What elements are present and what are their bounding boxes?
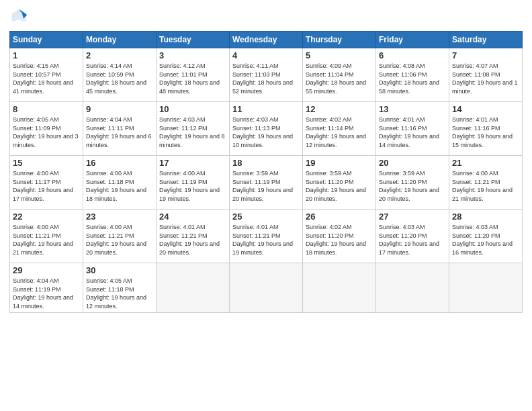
day-info: Sunrise: 4:03 AM Sunset: 11:20 PM Daylig… — [379, 223, 446, 257]
day-number: 10 — [159, 104, 226, 114]
day-info: Sunrise: 4:15 AM Sunset: 10:57 PM Daylig… — [13, 62, 80, 95]
day-number: 19 — [306, 158, 373, 168]
calendar-header-row: SundayMondayTuesdayWednesdayThursdayFrid… — [10, 32, 523, 48]
calendar-header-monday: Monday — [83, 32, 157, 48]
day-info: Sunrise: 4:03 AM Sunset: 11:13 PM Daylig… — [232, 116, 300, 149]
day-info: Sunrise: 4:03 AM Sunset: 11:12 PM Daylig… — [159, 116, 226, 149]
day-number: 4 — [232, 50, 300, 60]
day-number: 7 — [452, 50, 519, 60]
day-info: Sunrise: 4:11 AM Sunset: 11:03 PM Daylig… — [232, 62, 300, 95]
calendar-cell: 30 Sunrise: 4:05 AM Sunset: 11:18 PM Day… — [83, 263, 157, 313]
calendar-header-friday: Friday — [376, 32, 449, 48]
day-number: 8 — [13, 104, 80, 114]
day-number: 9 — [86, 104, 153, 114]
calendar-cell: 3 Sunrise: 4:12 AM Sunset: 11:01 PM Dayl… — [157, 48, 230, 102]
day-number: 27 — [379, 212, 446, 222]
day-info: Sunrise: 4:08 AM Sunset: 11:06 PM Daylig… — [379, 62, 446, 95]
day-info: Sunrise: 4:01 AM Sunset: 11:21 PM Daylig… — [232, 223, 300, 257]
day-info: Sunrise: 4:01 AM Sunset: 11:16 PM Daylig… — [452, 116, 519, 149]
day-info: Sunrise: 4:07 AM Sunset: 11:08 PM Daylig… — [452, 62, 519, 95]
day-info: Sunrise: 4:14 AM Sunset: 10:59 PM Daylig… — [86, 62, 153, 95]
day-number: 21 — [452, 158, 519, 168]
calendar-header-sunday: Sunday — [10, 32, 83, 48]
day-info: Sunrise: 4:05 AM Sunset: 11:18 PM Daylig… — [86, 277, 153, 310]
day-number: 20 — [379, 158, 446, 168]
calendar-cell: 9 Sunrise: 4:04 AM Sunset: 11:11 PM Dayl… — [83, 102, 157, 156]
calendar-cell: 23 Sunrise: 4:00 AM Sunset: 11:21 PM Day… — [83, 210, 157, 263]
calendar-cell: 12 Sunrise: 4:02 AM Sunset: 11:14 PM Day… — [303, 102, 376, 156]
calendar-cell: 4 Sunrise: 4:11 AM Sunset: 11:03 PM Dayl… — [230, 48, 303, 102]
day-info: Sunrise: 4:00 AM Sunset: 11:17 PM Daylig… — [13, 169, 80, 203]
calendar-cell — [303, 263, 376, 313]
day-info: Sunrise: 4:09 AM Sunset: 11:04 PM Daylig… — [306, 62, 373, 95]
calendar-cell: 14 Sunrise: 4:01 AM Sunset: 11:16 PM Day… — [449, 102, 523, 156]
day-number: 13 — [379, 104, 446, 114]
day-number: 30 — [86, 265, 153, 275]
logo-icon — [9, 7, 28, 26]
day-info: Sunrise: 4:04 AM Sunset: 11:19 PM Daylig… — [13, 277, 80, 310]
day-number: 12 — [306, 104, 373, 114]
day-info: Sunrise: 4:02 AM Sunset: 11:20 PM Daylig… — [306, 223, 373, 257]
calendar-cell: 16 Sunrise: 4:00 AM Sunset: 11:18 PM Day… — [83, 156, 157, 210]
calendar-cell: 28 Sunrise: 4:03 AM Sunset: 11:20 PM Day… — [449, 210, 523, 263]
day-number: 29 — [13, 265, 80, 275]
day-info: Sunrise: 4:00 AM Sunset: 11:19 PM Daylig… — [159, 169, 226, 203]
calendar-cell: 7 Sunrise: 4:07 AM Sunset: 11:08 PM Dayl… — [449, 48, 523, 102]
calendar-header-saturday: Saturday — [449, 32, 523, 48]
day-number: 22 — [13, 212, 80, 222]
day-info: Sunrise: 4:00 AM Sunset: 11:21 PM Daylig… — [13, 223, 80, 257]
day-number: 17 — [159, 158, 226, 168]
calendar-cell — [230, 263, 303, 313]
calendar-cell: 1 Sunrise: 4:15 AM Sunset: 10:57 PM Dayl… — [10, 48, 83, 102]
header — [9, 7, 523, 26]
day-number: 5 — [306, 50, 373, 60]
page: SundayMondayTuesdayWednesdayThursdayFrid… — [0, 0, 532, 411]
calendar-cell — [157, 263, 230, 313]
day-info: Sunrise: 4:00 AM Sunset: 11:18 PM Daylig… — [86, 169, 153, 203]
calendar-cell: 29 Sunrise: 4:04 AM Sunset: 11:19 PM Day… — [10, 263, 83, 313]
day-number: 28 — [452, 212, 519, 222]
day-number: 15 — [13, 158, 80, 168]
calendar-cell — [449, 263, 523, 313]
day-number: 26 — [306, 212, 373, 222]
calendar-cell: 22 Sunrise: 4:00 AM Sunset: 11:21 PM Day… — [10, 210, 83, 263]
day-number: 2 — [86, 50, 153, 60]
calendar-cell: 17 Sunrise: 4:00 AM Sunset: 11:19 PM Day… — [157, 156, 230, 210]
day-info: Sunrise: 4:05 AM Sunset: 11:09 PM Daylig… — [13, 116, 80, 149]
day-info: Sunrise: 4:00 AM Sunset: 11:21 PM Daylig… — [86, 223, 153, 257]
calendar-cell: 2 Sunrise: 4:14 AM Sunset: 10:59 PM Dayl… — [83, 48, 157, 102]
calendar-cell: 10 Sunrise: 4:03 AM Sunset: 11:12 PM Day… — [157, 102, 230, 156]
calendar-header-tuesday: Tuesday — [157, 32, 230, 48]
calendar-cell: 8 Sunrise: 4:05 AM Sunset: 11:09 PM Dayl… — [10, 102, 83, 156]
day-number: 25 — [232, 212, 300, 222]
day-number: 16 — [86, 158, 153, 168]
day-info: Sunrise: 4:01 AM Sunset: 11:16 PM Daylig… — [379, 116, 446, 149]
calendar-cell: 19 Sunrise: 3:59 AM Sunset: 11:20 PM Day… — [303, 156, 376, 210]
calendar-cell: 6 Sunrise: 4:08 AM Sunset: 11:06 PM Dayl… — [376, 48, 449, 102]
day-number: 23 — [86, 212, 153, 222]
day-info: Sunrise: 4:02 AM Sunset: 11:14 PM Daylig… — [306, 116, 373, 149]
calendar-cell — [376, 263, 449, 313]
calendar-cell: 20 Sunrise: 3:59 AM Sunset: 11:20 PM Day… — [376, 156, 449, 210]
calendar-cell: 21 Sunrise: 4:00 AM Sunset: 11:21 PM Day… — [449, 156, 523, 210]
logo — [9, 7, 31, 26]
calendar-cell: 15 Sunrise: 4:00 AM Sunset: 11:17 PM Day… — [10, 156, 83, 210]
calendar-table: SundayMondayTuesdayWednesdayThursdayFrid… — [9, 31, 523, 313]
day-number: 6 — [379, 50, 446, 60]
calendar-cell: 24 Sunrise: 4:01 AM Sunset: 11:21 PM Day… — [157, 210, 230, 263]
day-number: 11 — [232, 104, 300, 114]
calendar-cell: 27 Sunrise: 4:03 AM Sunset: 11:20 PM Day… — [376, 210, 449, 263]
calendar-cell: 25 Sunrise: 4:01 AM Sunset: 11:21 PM Day… — [230, 210, 303, 263]
calendar-cell: 26 Sunrise: 4:02 AM Sunset: 11:20 PM Day… — [303, 210, 376, 263]
day-info: Sunrise: 4:04 AM Sunset: 11:11 PM Daylig… — [86, 116, 153, 149]
day-info: Sunrise: 4:12 AM Sunset: 11:01 PM Daylig… — [159, 62, 226, 95]
day-info: Sunrise: 4:00 AM Sunset: 11:21 PM Daylig… — [452, 169, 519, 203]
day-info: Sunrise: 3:59 AM Sunset: 11:20 PM Daylig… — [306, 169, 373, 203]
day-number: 3 — [159, 50, 226, 60]
day-number: 1 — [13, 50, 80, 60]
calendar-cell: 18 Sunrise: 3:59 AM Sunset: 11:19 PM Day… — [230, 156, 303, 210]
day-number: 14 — [452, 104, 519, 114]
day-info: Sunrise: 3:59 AM Sunset: 11:20 PM Daylig… — [379, 169, 446, 203]
day-number: 18 — [232, 158, 300, 168]
calendar-header-wednesday: Wednesday — [230, 32, 303, 48]
